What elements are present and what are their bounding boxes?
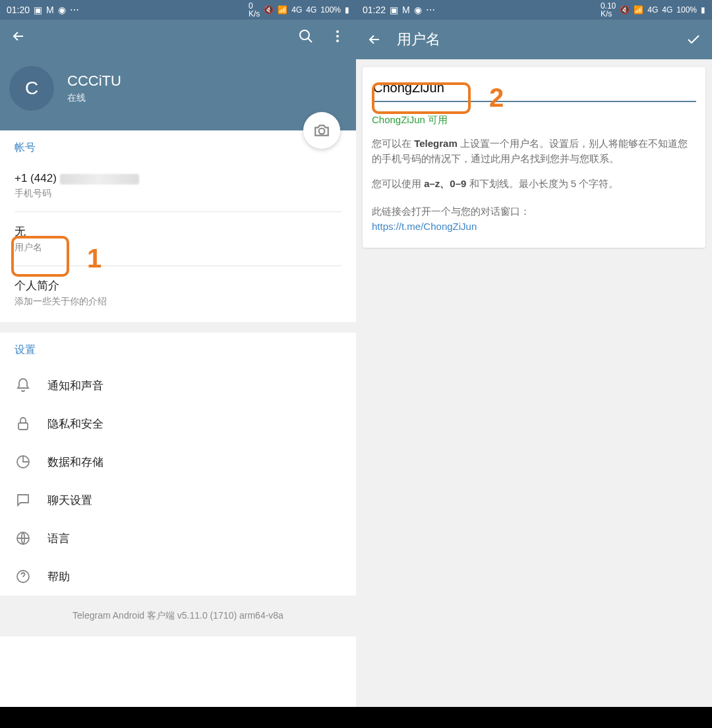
bio-row[interactable]: 个人简介 添加一些关于你的介绍 [15,270,341,316]
sig2-icon: 4G [662,5,672,14]
wifi-icon: 📶 [634,5,643,14]
settings-row-help[interactable]: 帮助 [0,557,356,596]
avatar[interactable]: C [9,66,54,111]
status-time: 01:20 [7,5,30,15]
globe-icon [15,530,31,546]
arrow-left-icon [11,28,26,44]
sig1-icon: 4G [291,5,302,14]
svg-point-2 [336,35,339,38]
phone-label: 手机号码 [15,188,341,200]
battery-text: 100% [320,5,341,14]
right-phone-username: 01:22 ▣ M ◉ ⋯ 0.10K/s 🔇 📶 4G 4G 100% ▮ 用… [356,0,712,728]
status-bar: 01:22 ▣ M ◉ ⋯ 0.10K/s 🔇 📶 4G 4G 100% ▮ [356,0,712,20]
svg-point-3 [336,40,339,42]
search-icon [298,28,314,44]
chat-icon [15,492,31,508]
hangouts-icon: ◉ [58,5,66,15]
hangouts-icon: ◉ [414,5,422,15]
settings-row-chat[interactable]: 聊天设置 [0,481,356,519]
availability-text: ChongZiJun 可用 [372,114,696,126]
battery-icon: ▮ [345,5,349,14]
gmail-icon: M [46,5,54,15]
annotation-number-1: 1 [87,244,102,273]
left-phone-settings: 01:20 ▣ M ◉ ⋯ 0K/s 🔇 📶 4G 4G 100% ▮ C [0,0,356,728]
pie-icon [15,454,31,470]
check-icon [686,32,701,47]
more-vert-icon [330,28,345,44]
username-input[interactable] [372,78,696,102]
bell-icon [15,378,31,393]
search-button[interactable] [297,27,315,45]
gmail-icon: M [402,5,410,15]
status-time: 01:22 [363,5,386,15]
gallery-icon: ▣ [390,5,398,15]
profile-header: C CCCiTU 在线 [0,53,356,130]
back-button[interactable] [9,27,28,45]
link-label: 此链接会打开一个与您的对话窗口： [372,206,696,218]
annotation-number-2: 2 [489,83,504,113]
account-label: 帐号 [15,141,341,155]
settings-row-privacy[interactable]: 隐私和安全 [0,405,356,443]
description-1: 您可以在 Telegram 上设置一个用户名。设置后，别人将能够在不知道您的手机… [372,136,696,167]
svg-rect-5 [18,423,28,430]
username-label: 用户名 [15,242,341,254]
arrow-left-icon [367,32,382,47]
settings-row-data[interactable]: 数据和存储 [0,443,356,481]
more-icon: ⋯ [70,5,79,15]
page-title: 用户名 [397,30,671,49]
confirm-button[interactable] [684,30,703,49]
sig1-icon: 4G [647,5,658,14]
help-icon [15,569,31,584]
battery-text: 100% [676,5,697,14]
version-footer: Telegram Android 客户端 v5.11.0 (1710) arm6… [0,596,356,636]
username-row[interactable]: 无 用户名 [15,216,341,262]
profile-name: CCCiTU [67,72,121,90]
phone-number: +1 (442) [15,172,341,185]
svg-point-1 [336,30,339,33]
bio-label: 添加一些关于你的介绍 [15,296,341,308]
settings-label: 设置 [15,343,341,357]
profile-link[interactable]: https://t.me/ChongZiJun [372,221,696,232]
phone-row[interactable]: +1 (442) 手机号码 [15,164,341,208]
nav-bar [0,707,356,728]
sig2-icon: 4G [306,5,316,14]
nav-bar [356,707,712,728]
mute-icon: 🔇 [264,5,274,14]
battery-icon: ▮ [701,5,705,14]
profile-status: 在线 [67,92,121,104]
settings-row-notifications[interactable]: 通知和声音 [0,366,356,405]
more-icon: ⋯ [426,5,435,15]
settings-row-language[interactable]: 语言 [0,519,356,557]
lock-icon [15,416,31,432]
mute-icon: 🔇 [620,5,630,14]
camera-fab[interactable] [303,112,340,149]
username-value: 无 [15,224,341,239]
bio-value: 个人简介 [15,278,341,293]
gallery-icon: ▣ [34,5,42,15]
settings-section: 设置 [0,333,356,366]
camera-icon [313,122,330,139]
username-card: ChongZiJun 可用 您可以在 Telegram 上设置一个用户名。设置后… [363,67,705,248]
svg-point-0 [300,30,309,40]
app-bar: 用户名 [356,20,712,59]
back-button[interactable] [365,30,384,49]
wifi-icon: 📶 [278,5,287,14]
more-button[interactable] [328,27,347,45]
app-bar [0,20,356,53]
description-2: 您可以使用 a–z、0–9 和下划线。最小长度为 5 个字符。 [372,176,696,191]
account-section: 帐号 +1 (442) 手机号码 无 用户名 个人简介 添加一些关于你的介绍 [0,130,356,322]
svg-point-4 [319,128,325,134]
status-bar: 01:20 ▣ M ◉ ⋯ 0K/s 🔇 📶 4G 4G 100% ▮ [0,0,356,20]
